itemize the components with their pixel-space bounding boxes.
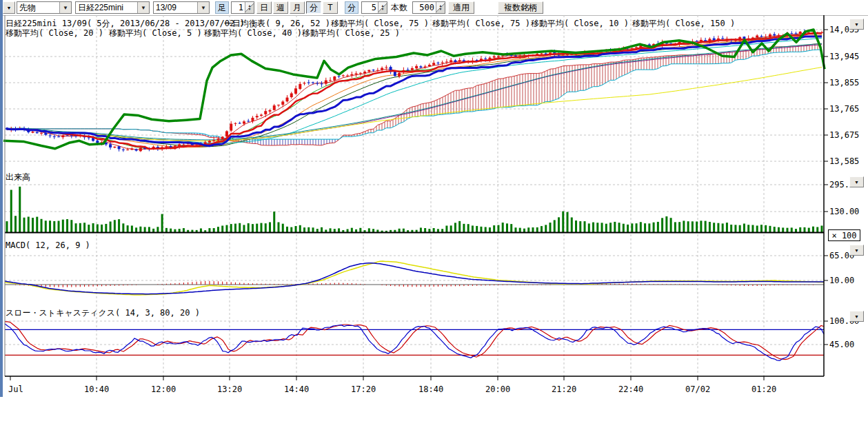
bar-type-label-text: 足	[218, 2, 226, 14]
time-tick: 21:20	[552, 384, 576, 394]
price-tick: 13,855	[829, 78, 859, 88]
stoch-panel-label: スロー・ストキャスティクス( 14, 3, 80, 20 )	[6, 307, 200, 319]
interval-value: 1	[232, 2, 245, 13]
volume-multiplier-box: × 100	[828, 229, 860, 241]
period-minute-button[interactable]: 分	[306, 1, 321, 14]
minute-unit-label: 分	[345, 1, 359, 14]
period-week-label: 週	[276, 2, 285, 14]
chevron-down-icon: ▼	[854, 314, 859, 319]
price-tick: 13,585	[829, 156, 859, 166]
volume-panel-dropdown-button[interactable]: ▼	[849, 176, 864, 187]
ma5-label: 移動平均( Close, 5 )	[109, 28, 202, 39]
multi-symbol-button-label: 複数銘柄	[504, 2, 537, 14]
spinner-down-icon[interactable]: ▼	[439, 8, 443, 11]
ma75b-label: 移動平均( Close, 75 )	[432, 18, 530, 30]
volume-tick: 130.00	[829, 207, 859, 216]
bars-count-label: 本数	[391, 1, 410, 14]
period-day-label: 日	[260, 2, 268, 14]
time-tick: 14:40	[284, 384, 309, 394]
time-tick: 20:00	[485, 384, 510, 394]
period-week-button[interactable]: 週	[273, 1, 288, 14]
contract-month-select[interactable]: 13/09 ▼	[153, 1, 210, 14]
chevron-down-icon: ▼	[854, 22, 859, 27]
apply-button-label: 適用	[453, 2, 470, 14]
spinner-icon[interactable]: ▲▼	[436, 2, 445, 13]
bars-count-value: 500	[413, 2, 436, 13]
ma10-label: 移動平均( Close, 10 )	[531, 18, 629, 30]
period-month-label: 月	[293, 2, 301, 14]
price-tick: 13,765	[829, 104, 859, 114]
multi-symbol-button[interactable]: 複数銘柄	[498, 1, 543, 14]
spinner-icon[interactable]: ▲▼	[245, 2, 254, 13]
time-tick: 07/02	[685, 384, 710, 394]
macd-tick: 10.00	[829, 276, 854, 285]
chevron-down-icon[interactable]: ▼	[197, 2, 209, 13]
price-tick: 13,945	[829, 52, 859, 61]
time-tick: 18:40	[418, 384, 443, 394]
time-tick: 22:40	[618, 384, 643, 394]
contract-month-value: 13/09	[154, 2, 197, 13]
chevron-down-icon: ▼	[7, 6, 12, 10]
ma150-label: 移動平均( Close, 150 )	[632, 18, 735, 30]
chevron-down-icon[interactable]: ▼	[59, 2, 71, 13]
bars-count-stepper[interactable]: 500 ▲▼	[412, 1, 445, 14]
minute-stepper[interactable]: 5 ▲▼	[361, 1, 387, 14]
period-tick-button[interactable]: T	[323, 1, 338, 14]
minute-unit-label-text: 分	[347, 2, 356, 14]
period-tick-label: T	[327, 3, 332, 12]
stoch-panel-dropdown-button[interactable]: ▼	[849, 311, 864, 322]
market-select-value: 先物	[17, 2, 59, 13]
price-tick: 13,675	[829, 130, 859, 140]
period-minute-label: 分	[310, 2, 318, 14]
chevron-down-icon: ▼	[854, 180, 859, 185]
chevron-down-icon: ▼	[854, 248, 859, 253]
ma25-label: 移動平均( Close, 25 )	[302, 28, 400, 39]
time-tick: 17:20	[351, 384, 376, 394]
bars-count-label-text: 本数	[391, 2, 407, 14]
time-tick: Jul	[8, 384, 23, 394]
time-tick: 12:00	[151, 384, 176, 394]
spinner-down-icon[interactable]: ▼	[381, 8, 385, 11]
volume-multiplier-text: × 100	[831, 231, 856, 240]
ma20-label: 移動平均( Close, 20 )	[6, 28, 103, 39]
time-tick: 10:40	[84, 384, 109, 394]
spinner-down-icon[interactable]: ▼	[248, 8, 252, 11]
time-tick: 13:20	[217, 384, 242, 394]
bar-type-label: 足	[215, 1, 229, 14]
macd-panel-label: MACD( 12, 26, 9 )	[6, 240, 90, 250]
market-select[interactable]: 先物 ▼	[17, 1, 72, 14]
apply-button[interactable]: 適用	[448, 1, 474, 14]
chart-area[interactable]: 日経225mini 13/09( 5分, 2013/06/28 - 2013/0…	[0, 15, 868, 441]
chart-application-window: ▼ 先物 ▼ 日経225mini ▼ 13/09 ▼ 足 1 ▲▼ 日 週 月 …	[0, 0, 868, 441]
ma40-label: 移動平均( Close, 40 )	[204, 28, 302, 39]
interval-stepper[interactable]: 1 ▲▼	[231, 1, 254, 14]
chevron-down-icon[interactable]: ▼	[137, 2, 149, 13]
volume-panel-label: 出来高	[6, 172, 30, 183]
macd-panel-dropdown-button[interactable]: ▼	[849, 245, 864, 256]
symbol-select[interactable]: 日経225mini ▼	[75, 1, 150, 14]
symbol-select-value: 日経225mini	[76, 2, 137, 13]
price-panel-dropdown-button[interactable]: ▼	[849, 19, 864, 30]
spinner-icon[interactable]: ▲▼	[378, 2, 387, 13]
period-day-button[interactable]: 日	[256, 1, 272, 14]
stoch-tick: 45.00	[829, 340, 854, 349]
mini-dropdown-button[interactable]: ▼	[3, 1, 15, 14]
time-tick: 01:20	[751, 384, 776, 394]
period-month-button[interactable]: 月	[290, 1, 305, 14]
minute-value: 5	[362, 2, 378, 13]
toolbar: ▼ 先物 ▼ 日経225mini ▼ 13/09 ▼ 足 1 ▲▼ 日 週 月 …	[3, 0, 868, 16]
chart-canvas[interactable]	[0, 15, 868, 441]
